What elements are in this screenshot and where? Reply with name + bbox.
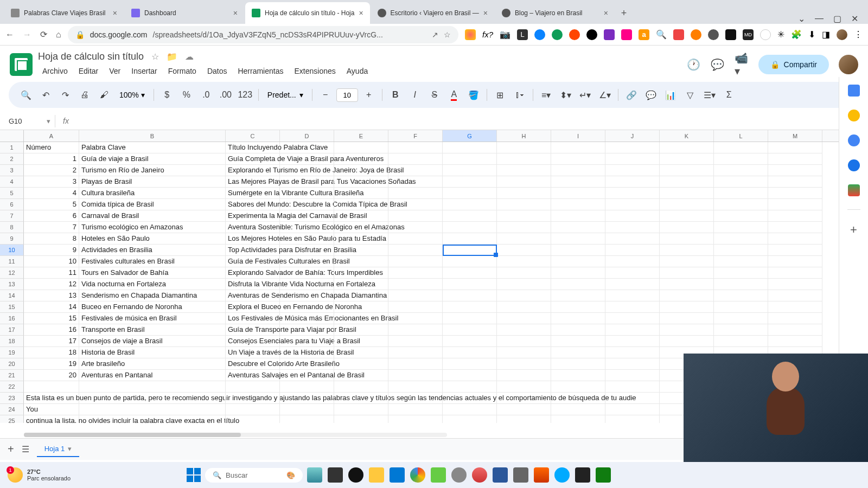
row-header[interactable]: 18 [0, 336, 24, 347]
cell[interactable] [551, 313, 605, 324]
row-header[interactable]: 22 [0, 381, 24, 393]
cell[interactable]: You [24, 404, 79, 415]
star-icon[interactable]: ☆ [444, 30, 451, 39]
h-align-icon[interactable]: ≡▾ [538, 86, 555, 104]
cell[interactable]: Las Mejores Playas de Brasil para Tus Va… [226, 176, 280, 188]
cell[interactable] [443, 165, 497, 176]
cell[interactable] [768, 290, 822, 301]
cell[interactable] [497, 347, 551, 358]
row-header[interactable]: 8 [0, 222, 24, 233]
taskbar-app-icon[interactable] [431, 467, 446, 483]
cell[interactable] [551, 415, 605, 423]
cell[interactable] [334, 381, 388, 393]
cell[interactable] [605, 199, 660, 210]
row-header[interactable]: 15 [0, 301, 24, 313]
extension-icon[interactable]: fx? [482, 30, 493, 39]
comments-icon[interactable]: 💬 [711, 57, 725, 72]
cell[interactable]: Aventura Sostenible: Turismo Ecológico e… [226, 222, 280, 233]
name-box[interactable]: G10▾ [4, 115, 55, 127]
cell[interactable] [551, 336, 605, 347]
cell[interactable] [388, 381, 443, 393]
cell[interactable] [334, 404, 388, 415]
taskbar-app-icon[interactable] [554, 467, 570, 483]
cell[interactable] [660, 336, 714, 347]
back-icon[interactable]: ← [5, 30, 14, 40]
cell[interactable] [660, 153, 714, 165]
move-icon[interactable]: 📁 [167, 52, 177, 62]
chrome-menu-icon[interactable]: ⋮ [854, 29, 863, 40]
cell[interactable] [497, 153, 551, 165]
cell[interactable] [605, 256, 660, 267]
cell[interactable] [605, 279, 660, 290]
cell[interactable] [226, 381, 280, 393]
cell[interactable] [660, 199, 714, 210]
comment-icon[interactable]: 💬 [642, 86, 660, 104]
cell[interactable] [768, 199, 822, 210]
row-header[interactable]: 17 [0, 324, 24, 336]
col-header[interactable]: F [388, 130, 443, 142]
cell[interactable]: 17 [24, 336, 79, 347]
row-header[interactable]: 12 [0, 267, 24, 279]
cell[interactable] [334, 358, 388, 370]
cell[interactable]: Los Festivales de Música más Emocionante… [226, 313, 280, 324]
extension-icon[interactable] [552, 29, 563, 40]
cell[interactable] [334, 210, 388, 222]
fill-color-icon[interactable]: 🪣 [465, 86, 482, 104]
share-button[interactable]: 🔒 Compartir [758, 55, 829, 74]
cell[interactable] [334, 176, 388, 188]
cell[interactable] [551, 256, 605, 267]
close-window-icon[interactable]: ✕ [851, 14, 858, 24]
cell[interactable] [280, 336, 334, 347]
cell[interactable] [714, 176, 768, 188]
paint-format-icon[interactable]: 🖌 [95, 86, 113, 104]
cell[interactable] [714, 313, 768, 324]
cell[interactable]: Explorando el Turismo en Río de Janeiro:… [226, 165, 280, 176]
col-header[interactable]: B [79, 130, 226, 142]
cell[interactable] [280, 245, 334, 256]
cell[interactable] [714, 199, 768, 210]
cell[interactable] [443, 210, 497, 222]
cell[interactable] [388, 393, 443, 404]
cell[interactable]: Explora el Buceo en Fernando de Noronha [226, 301, 280, 313]
cell[interactable] [497, 336, 551, 347]
extension-icon[interactable]: MD [743, 29, 754, 40]
extension-icon[interactable] [725, 29, 736, 40]
cell[interactable] [497, 370, 551, 381]
cell[interactable] [551, 290, 605, 301]
cell[interactable] [388, 199, 443, 210]
row-header[interactable]: 25 [0, 415, 24, 423]
extension-icon[interactable] [534, 29, 545, 40]
cell[interactable] [660, 290, 714, 301]
cell[interactable] [551, 301, 605, 313]
taskbar-app-icon[interactable] [513, 467, 528, 483]
cell[interactable] [605, 233, 660, 245]
cell[interactable]: Actividades en Brasilia [79, 245, 226, 256]
col-header[interactable]: D [280, 130, 334, 142]
row-header[interactable]: 2 [0, 153, 24, 165]
cell[interactable] [497, 290, 551, 301]
cell[interactable]: Playas de Brasil [79, 176, 226, 188]
cell[interactable]: 13 [24, 290, 79, 301]
cell[interactable] [768, 210, 822, 222]
cell[interactable]: Guía de Festivales Culturales en Brasil [226, 256, 280, 267]
cell[interactable] [280, 358, 334, 370]
cell[interactable] [660, 222, 714, 233]
cell[interactable] [497, 279, 551, 290]
link-icon[interactable]: 🔗 [623, 86, 640, 104]
cell[interactable] [443, 233, 497, 245]
cell[interactable] [388, 256, 443, 267]
cell[interactable]: 4 [24, 188, 79, 199]
sheet-menu-icon[interactable]: ▾ [68, 445, 72, 453]
increase-font-icon[interactable]: + [360, 86, 378, 104]
cell[interactable] [714, 279, 768, 290]
document-title[interactable]: Hoja de cálculo sin título [38, 51, 144, 62]
cell[interactable] [497, 210, 551, 222]
cell[interactable]: 11 [24, 267, 79, 279]
cell[interactable]: 16 [24, 324, 79, 336]
cell[interactable] [497, 358, 551, 370]
taskbar-app-icon[interactable] [369, 467, 384, 483]
cell[interactable] [388, 358, 443, 370]
url-input[interactable]: 🔒 docs.google.com/spreadsheets/d/1Oa_Jdy… [68, 26, 458, 43]
cell[interactable] [551, 358, 605, 370]
cell[interactable] [334, 142, 388, 153]
